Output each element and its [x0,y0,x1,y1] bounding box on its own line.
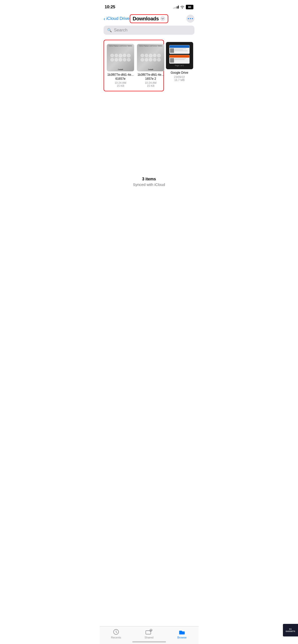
list-item[interactable]: Carica Papaya Leaf Extract Tablets [106,42,135,89]
svg-point-2 [192,18,193,19]
search-icon: 🔍 [107,28,112,32]
file-name-1: 1b3f877e-dfd1-4e...61657e [107,73,134,81]
footer-info: 3 items Synced with iCloud [100,167,198,191]
nav-bar: ‹ iCloud Drive Downloads [100,13,198,26]
more-options-button[interactable] [186,15,194,23]
file-date-2: 10:24 AM [145,81,156,84]
status-icons: 80 [173,5,193,9]
search-bar[interactable]: 🔍 Search [104,26,194,35]
status-time: 10:25 [105,5,115,10]
sync-status: Synced with iCloud [100,182,198,187]
wifi-icon [180,6,184,9]
file-size-2: 15 KB [147,84,154,87]
nav-title-container[interactable]: Downloads [130,14,168,23]
status-bar: 10:25 80 [100,0,198,13]
svg-point-0 [188,18,189,19]
back-chevron-icon: ‹ [104,16,105,21]
nav-title: Downloads [133,16,159,22]
nav-title-chevron-icon [160,16,165,21]
back-label: iCloud Drive [106,16,130,21]
items-count: 3 items [100,177,198,181]
search-input[interactable]: Search [114,28,127,33]
signal-bars-icon [173,6,179,9]
file-name-3: Google Drive [171,71,188,75]
file-thumbnail-2: Carica Papaya Leaf Extract Tablets [137,44,164,71]
file-date-1: 10:24 AM [115,81,126,84]
file-grid: Carica Papaya Leaf Extract Tablets [100,38,198,91]
list-item[interactable]: Carica Papaya Leaf Extract Tablets [136,42,165,89]
file-name-2: 1b3f877e-dfd1-4e...1657e 2 [137,73,164,81]
file-thumbnail-3: Page 1 of 1 [166,42,193,69]
search-container: 🔍 Search [100,26,198,38]
file-date-3: 23/09/22 [174,75,185,78]
file-size-1: 15 KB [117,84,124,87]
back-button[interactable]: ‹ iCloud Drive [104,16,130,21]
file-thumbnail-1: Carica Papaya Leaf Extract Tablets [107,44,134,71]
list-item[interactable]: Page 1 of 1 Google Drive 23/09/22 16.7 M… [164,40,194,91]
svg-point-1 [190,18,191,19]
battery-indicator: 80 [186,5,193,9]
main-content: Carica Papaya Leaf Extract Tablets [100,38,198,191]
file-size-3: 16.7 MB [174,78,185,82]
selection-box: Carica Papaya Leaf Extract Tablets [104,40,164,91]
